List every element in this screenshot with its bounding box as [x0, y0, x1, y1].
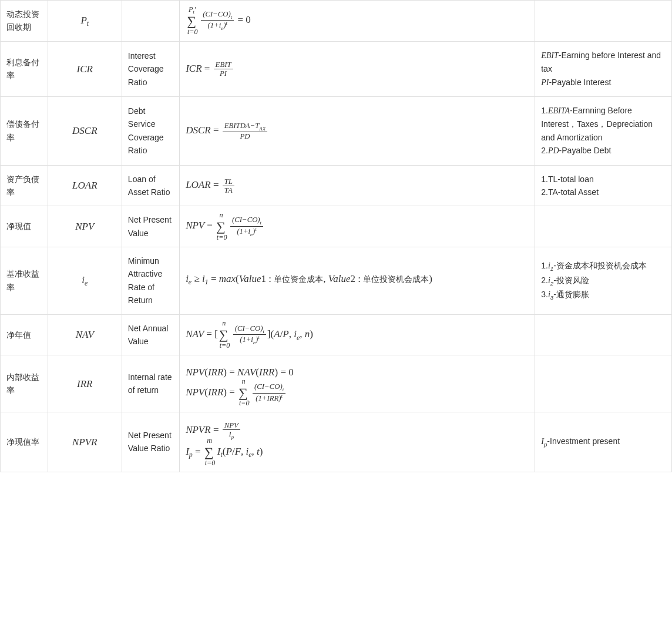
financial-indicators-table: 动态投资回收期Pt∑Pt′t=0 (CI−CO)t(1+ie)t = 0利息备付… — [0, 0, 672, 472]
indicator-formula: ICR = EBITPI — [180, 41, 535, 96]
table-row: 净现值率NPVRNet Present Value RatioNPVR = NP… — [1, 412, 672, 472]
indicator-note: Ip-Investment present — [535, 412, 672, 472]
indicator-name: 资产负债率 — [1, 165, 48, 206]
indicator-english: Net Annual Value — [122, 314, 179, 355]
table-body: 动态投资回收期Pt∑Pt′t=0 (CI−CO)t(1+ie)t = 0利息备付… — [1, 1, 672, 472]
indicator-note — [535, 314, 672, 355]
indicator-formula: ie ≥ i1 = max(Value1 : 单位资金成本, Value2 : … — [180, 247, 535, 315]
indicator-english: Internal rate of return — [122, 355, 179, 412]
indicator-formula: ∑Pt′t=0 (CI−CO)t(1+ie)t = 0 — [180, 1, 535, 42]
indicator-name: 净现值 — [1, 206, 48, 247]
indicator-symbol: NPV — [48, 206, 122, 247]
indicator-note: 1.EBITA-Earnning Before Interest，Taxes，D… — [535, 96, 672, 165]
indicator-english: Loan of Asset Ratio — [122, 165, 179, 206]
indicator-note — [535, 1, 672, 42]
indicator-name: 净年值 — [1, 314, 48, 355]
indicator-english — [122, 1, 179, 42]
indicator-note — [535, 355, 672, 412]
indicator-english: Interest Coverage Ratio — [122, 41, 179, 96]
indicator-formula: DSCR = EBITDA−TAXPD — [180, 96, 535, 165]
indicator-name: 偿债备付率 — [1, 96, 48, 165]
indicator-symbol: ie — [48, 247, 122, 315]
formula-scroll-container[interactable]: ie ≥ i1 = max(Value1 : 单位资金成本, Value2 : … — [186, 271, 529, 290]
indicator-name: 基准收益率 — [1, 247, 48, 315]
table-row: 基准收益率ieMinimun Attractive Rate of Return… — [1, 247, 672, 315]
indicator-symbol: NPVR — [48, 412, 122, 472]
indicator-english: Minimun Attractive Rate of Return — [122, 247, 179, 315]
indicator-name: 内部收益率 — [1, 355, 48, 412]
indicator-symbol: IRR — [48, 355, 122, 412]
indicator-formula: NPV(IRR) = NAV(IRR) = 0NPV(IRR) = ∑nt=0 … — [180, 355, 535, 412]
indicator-formula: NAV = [∑nt=0 (CI−CO)t(1+ie)t](A/P, ie, n… — [180, 314, 535, 355]
indicator-formula: LOAR = TLTA — [180, 165, 535, 206]
indicator-note: EBIT-Earning before Interest and taxPI-P… — [535, 41, 672, 96]
indicator-english: Net Present Value — [122, 206, 179, 247]
table-row: 净年值NAVNet Annual ValueNAV = [∑nt=0 (CI−C… — [1, 314, 672, 355]
indicator-english: Debt Service Coverage Ratio — [122, 96, 179, 165]
indicator-formula: NPV = ∑nt=0 (CI−CO)t(1+ie)t — [180, 206, 535, 247]
table-row: 动态投资回收期Pt∑Pt′t=0 (CI−CO)t(1+ie)t = 0 — [1, 1, 672, 42]
indicator-symbol: ICR — [48, 41, 122, 96]
indicator-symbol: DSCR — [48, 96, 122, 165]
table-row: 偿债备付率DSCRDebt Service Coverage RatioDSCR… — [1, 96, 672, 165]
table-row: 净现值NPVNet Present ValueNPV = ∑nt=0 (CI−C… — [1, 206, 672, 247]
indicator-formula: NPVR = NPVIpIp = ∑mt=0 It(P/F, ie, t) — [180, 412, 535, 472]
indicator-symbol: NAV — [48, 314, 122, 355]
indicator-note: 1.TL-total loan2.TA-total Asset — [535, 165, 672, 206]
indicator-name: 净现值率 — [1, 412, 48, 472]
indicator-note: 1.i1-资金成本和投资机会成本2.i2-投资风险3.i3-通货膨胀 — [535, 247, 672, 315]
indicator-symbol: LOAR — [48, 165, 122, 206]
indicator-note — [535, 206, 672, 247]
table-row: 利息备付率ICRInterest Coverage RatioICR = EBI… — [1, 41, 672, 96]
table-row: 资产负债率LOARLoan of Asset RatioLOAR = TLTA1… — [1, 165, 672, 206]
indicator-name: 动态投资回收期 — [1, 1, 48, 42]
table-row: 内部收益率IRRInternal rate of returnNPV(IRR) … — [1, 355, 672, 412]
indicator-english: Net Present Value Ratio — [122, 412, 179, 472]
indicator-name: 利息备付率 — [1, 41, 48, 96]
indicator-symbol: Pt — [48, 1, 122, 42]
